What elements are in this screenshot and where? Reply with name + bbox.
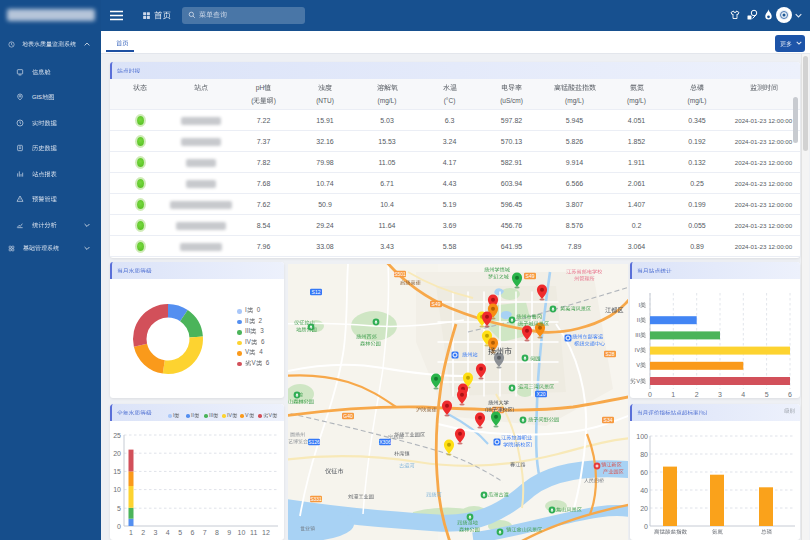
svg-text:40: 40 xyxy=(640,487,648,494)
svg-text:20: 20 xyxy=(113,450,121,457)
svg-text:2: 2 xyxy=(141,529,145,536)
svg-text:80: 80 xyxy=(640,451,648,458)
svg-text:4: 4 xyxy=(741,391,745,398)
svg-text:60: 60 xyxy=(640,469,648,476)
svg-text:0: 0 xyxy=(648,391,652,398)
svg-text:6: 6 xyxy=(190,529,194,536)
svg-text:1: 1 xyxy=(671,391,675,398)
svg-text:15: 15 xyxy=(113,468,121,475)
svg-text:5: 5 xyxy=(765,391,769,398)
svg-text:25: 25 xyxy=(113,432,121,439)
svg-text:G40: G40 xyxy=(343,413,353,419)
svg-text:12: 12 xyxy=(262,529,270,536)
svg-text:10: 10 xyxy=(238,529,246,536)
svg-text:7: 7 xyxy=(203,529,207,536)
svg-text:S49: S49 xyxy=(526,273,535,279)
svg-text:S34: S34 xyxy=(604,417,613,423)
svg-text:2: 2 xyxy=(695,391,699,398)
svg-text:S28: S28 xyxy=(606,351,615,357)
svg-text:S331: S331 xyxy=(310,496,322,502)
svg-text:3: 3 xyxy=(718,391,722,398)
svg-text:X20: X20 xyxy=(537,391,546,397)
svg-text:S12: S12 xyxy=(312,289,321,295)
svg-text:11: 11 xyxy=(250,529,257,536)
svg-text:S126: S126 xyxy=(308,439,320,445)
svg-text:9: 9 xyxy=(227,529,231,536)
svg-text:3: 3 xyxy=(154,529,158,536)
svg-text:20: 20 xyxy=(640,505,648,512)
svg-text:0: 0 xyxy=(117,523,121,530)
svg-text:5: 5 xyxy=(178,529,182,536)
svg-text:10: 10 xyxy=(113,486,121,493)
svg-text:5: 5 xyxy=(117,505,121,512)
svg-text:S501: S501 xyxy=(394,271,406,277)
svg-text:4: 4 xyxy=(166,529,170,536)
svg-text:100: 100 xyxy=(636,433,648,440)
svg-text:S49: S49 xyxy=(432,301,441,307)
svg-text:1: 1 xyxy=(129,529,133,536)
svg-text:6: 6 xyxy=(788,391,792,398)
svg-text:8: 8 xyxy=(215,529,219,536)
svg-text:X306: X306 xyxy=(379,439,391,445)
